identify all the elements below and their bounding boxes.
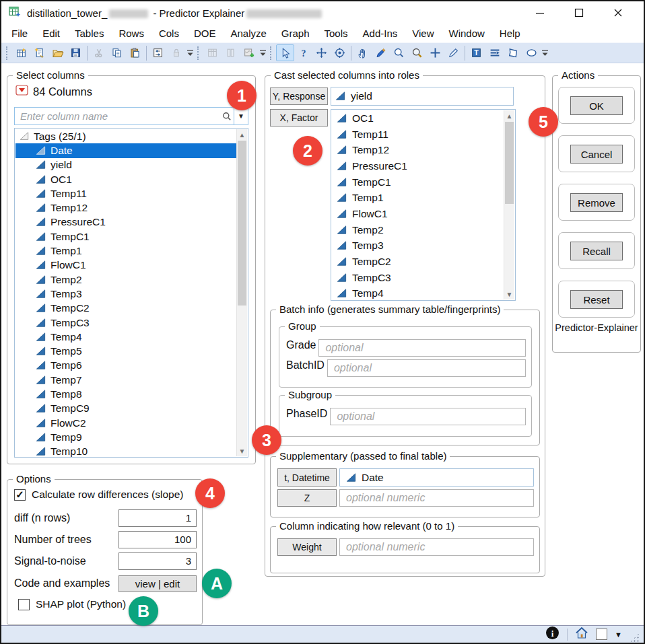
column-list-item[interactable]: PressureC1	[15, 215, 236, 229]
column-list-item[interactable]: TempC2	[15, 301, 236, 316]
row-differences-checkbox[interactable]: ✓	[14, 489, 26, 501]
paste-icon[interactable]	[126, 44, 144, 61]
bullseye-icon[interactable]	[331, 44, 349, 61]
home-icon[interactable]	[575, 627, 588, 642]
datetime-field[interactable]: Date	[339, 468, 534, 487]
column-list-item[interactable]: Temp2	[15, 273, 236, 287]
action-button[interactable]: Reset	[570, 290, 623, 309]
help-icon[interactable]: ?	[294, 44, 312, 61]
menu-item[interactable]: Analyze	[223, 26, 273, 41]
lines-annotation-icon[interactable]	[485, 44, 504, 61]
weight-field[interactable]: optional numeric	[339, 538, 534, 556]
preferences-icon[interactable]	[149, 44, 167, 61]
view-edit-button[interactable]: view | edit	[118, 575, 197, 592]
column-list-item[interactable]: Temp11	[15, 186, 236, 201]
toolbar-grip[interactable]	[270, 46, 273, 60]
column-list-item[interactable]: Temp10	[15, 445, 236, 458]
y-response-field[interactable]: yield	[331, 87, 514, 106]
scroll-down-icon[interactable]: ▼	[237, 445, 247, 456]
maximize-button[interactable]	[570, 5, 588, 21]
action-button[interactable]: Recall	[570, 242, 623, 260]
column-list-item[interactable]: Temp7	[15, 373, 236, 387]
search-dropdown-icon[interactable]: ▼	[234, 112, 248, 120]
x-factor-button[interactable]: X, Factor	[270, 109, 328, 127]
search-input[interactable]: Enter column name	[15, 110, 220, 122]
menu-item[interactable]: View	[405, 26, 441, 41]
search-icon[interactable]	[220, 111, 234, 122]
magnifier-icon[interactable]	[408, 44, 426, 61]
copy-icon[interactable]	[108, 44, 126, 61]
close-button[interactable]	[609, 5, 627, 21]
toolbar-grip[interactable]	[6, 46, 9, 60]
column-list-item[interactable]: Temp12	[15, 201, 236, 215]
menu-item[interactable]: DOE	[186, 26, 224, 41]
layer-dropdown-icon[interactable]: ▼	[615, 631, 622, 639]
x-factor-item[interactable]: Temp4	[332, 286, 504, 302]
menu-item[interactable]: Add-Ins	[355, 26, 405, 41]
menu-item[interactable]: Edit	[35, 26, 67, 41]
scroll-up-icon[interactable]: ▲	[504, 110, 514, 121]
role-field[interactable]: optional	[327, 359, 526, 377]
column-group-header[interactable]: Tags (25/1)	[15, 129, 236, 143]
datetime-button[interactable]: t, Datetime	[277, 468, 337, 487]
lock-icon[interactable]	[167, 44, 185, 61]
polygon-annotation-icon[interactable]	[504, 44, 522, 61]
action-button[interactable]: OK	[570, 96, 623, 115]
column-list-item[interactable]: Temp8	[15, 387, 236, 401]
minimize-button[interactable]	[531, 5, 549, 21]
layer-select-box[interactable]	[596, 629, 607, 640]
x-factor-item[interactable]: Temp12	[332, 142, 504, 158]
column-list-item[interactable]: FlowC1	[15, 258, 236, 273]
option-input[interactable]: 100	[118, 531, 197, 548]
resize-grip[interactable]	[630, 633, 640, 643]
x-factor-scrollbar[interactable]: ▲ ▼	[504, 110, 514, 299]
weight-button[interactable]: Weight	[277, 538, 337, 556]
column-list-item[interactable]: TempC3	[15, 316, 236, 330]
toolbar-grip[interactable]	[197, 46, 200, 60]
data-table-icon[interactable]	[203, 44, 222, 61]
column-list-item[interactable]: yield	[15, 158, 236, 172]
option-input[interactable]: 1	[118, 509, 197, 527]
map-add-icon[interactable]	[240, 44, 258, 61]
toolbar-overflow-icon[interactable]	[185, 46, 195, 61]
x-factor-item[interactable]: PressureC1	[332, 158, 504, 174]
move-icon[interactable]	[312, 44, 331, 61]
toolbar-overflow-icon[interactable]	[540, 46, 549, 61]
role-field[interactable]: optional	[318, 339, 526, 357]
menu-item[interactable]: Window	[442, 26, 492, 41]
lasso-zoom-icon[interactable]	[390, 44, 408, 61]
z-button[interactable]: Z	[277, 489, 337, 507]
column-list-item[interactable]: Temp1	[15, 244, 236, 258]
open-file-icon[interactable]	[48, 44, 67, 61]
toolbar-overflow-icon[interactable]	[258, 46, 267, 61]
save-icon[interactable]	[67, 44, 85, 61]
action-button[interactable]: Remove	[570, 193, 623, 212]
menu-item[interactable]: Tools	[317, 26, 355, 41]
menu-item[interactable]: Help	[492, 26, 528, 41]
x-factor-item[interactable]: TempC3	[332, 270, 504, 286]
z-field[interactable]: optional numeric	[339, 489, 534, 507]
oval-annotation-icon[interactable]	[522, 44, 540, 61]
role-button[interactable]: PhaseID	[286, 408, 327, 425]
role-field[interactable]: optional	[330, 408, 526, 425]
role-button[interactable]: Grade	[286, 339, 316, 357]
column-list-item[interactable]: TempC1	[15, 229, 236, 244]
action-button[interactable]: Cancel	[570, 145, 623, 164]
column-list-item[interactable]: FlowC2	[15, 416, 236, 430]
scroll-down-icon[interactable]: ▼	[504, 289, 514, 299]
column-list-item[interactable]: Temp4	[15, 330, 236, 344]
menu-item[interactable]: File	[4, 26, 35, 41]
crosshair-icon[interactable]	[426, 44, 444, 61]
scrollbar-thumb[interactable]	[238, 141, 246, 306]
cut-icon[interactable]	[90, 44, 108, 61]
x-factor-item[interactable]: TempC1	[332, 174, 504, 190]
column-list-item[interactable]: Temp9	[15, 430, 236, 444]
column-list-item[interactable]: Temp6	[15, 359, 236, 373]
columns-icon[interactable]	[222, 44, 240, 61]
column-list-item[interactable]: OC1	[15, 172, 236, 186]
scrollbar-thumb[interactable]	[505, 122, 514, 204]
x-factor-item[interactable]: OC1	[332, 110, 504, 127]
red-hotspot-icon[interactable]	[15, 85, 28, 98]
menu-item[interactable]: Rows	[111, 26, 151, 41]
x-factor-item[interactable]: FlowC1	[332, 206, 504, 222]
